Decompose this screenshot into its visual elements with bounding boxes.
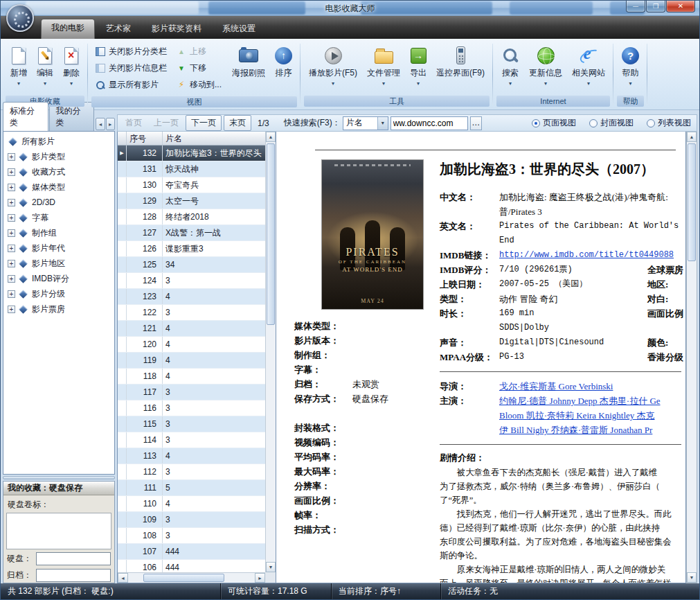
- expander-icon[interactable]: [8, 199, 15, 206]
- scroll-left-icon[interactable]: [118, 573, 128, 583]
- new-button[interactable]: 新增: [6, 42, 32, 94]
- search-button[interactable]: 搜索: [496, 42, 524, 94]
- remote-ui-button[interactable]: 遥控界面(F9): [431, 42, 490, 94]
- expander-icon[interactable]: [8, 306, 15, 313]
- movie-row[interactable]: ▶ 115 3: [118, 416, 265, 432]
- tab-settings[interactable]: 系统设置: [213, 19, 265, 39]
- movie-row[interactable]: ▶ 122 3: [118, 305, 265, 321]
- tree-item[interactable]: 2D/3D: [3, 195, 114, 210]
- expander-icon[interactable]: [8, 245, 15, 252]
- first-page-button[interactable]: 首页: [120, 116, 147, 130]
- titlebar[interactable]: 电影收藏大师: [1, 1, 699, 16]
- scroll-up-icon[interactable]: [266, 132, 276, 142]
- movie-row[interactable]: ▶ 127 X战警：第一战: [118, 225, 265, 241]
- scroll-up-icon[interactable]: [687, 132, 697, 142]
- column-header-index[interactable]: 序号: [127, 132, 163, 145]
- tree-item[interactable]: 所有影片: [3, 134, 114, 149]
- search-field-select[interactable]: 片名: [343, 116, 388, 130]
- cover-view-radio[interactable]: 封面视图: [589, 117, 634, 129]
- export-button[interactable]: 导出: [405, 42, 431, 94]
- movie-row[interactable]: ▶ 111 5: [118, 480, 265, 496]
- movie-row[interactable]: ▶ 121 4: [118, 321, 265, 337]
- movie-row[interactable]: ▶ 113 4: [118, 448, 265, 464]
- movie-row[interactable]: ▶ 126 谍影重重3: [118, 241, 265, 257]
- movie-row[interactable]: ▶ 131 惊天战神: [118, 161, 265, 177]
- maximize-button[interactable]: [646, 1, 665, 12]
- close-button[interactable]: [666, 1, 695, 12]
- tab-scroll-left-button[interactable]: [96, 118, 105, 130]
- movie-row[interactable]: ▶ 130 夺宝奇兵: [118, 177, 265, 193]
- movie-row[interactable]: ▶ 128 终结者2018: [118, 209, 265, 225]
- scrollbar-thumb[interactable]: [143, 574, 224, 582]
- move-up-button[interactable]: 上移: [174, 43, 226, 60]
- sort-button[interactable]: 排序: [270, 42, 297, 94]
- tree-item[interactable]: 字幕: [3, 210, 114, 225]
- expander-icon[interactable]: [8, 290, 15, 298]
- scroll-down-icon[interactable]: [687, 572, 697, 583]
- expander-icon[interactable]: [8, 153, 15, 161]
- prev-page-button[interactable]: 上一页: [149, 116, 183, 130]
- movie-row[interactable]: ▶ 114 3: [118, 432, 265, 448]
- column-header-title[interactable]: 片名: [163, 132, 265, 145]
- movie-row[interactable]: ▶ 110 4: [118, 496, 265, 512]
- next-page-button[interactable]: 下一页: [186, 115, 222, 131]
- close-info-pane-button[interactable]: 关闭影片信息栏: [93, 60, 171, 76]
- movie-row[interactable]: ▶ 132 加勒比海盗3：世界的尽头: [118, 145, 265, 161]
- expander-icon[interactable]: [8, 214, 15, 222]
- scrollbar-thumb[interactable]: [688, 143, 696, 261]
- play-movie-button[interactable]: 播放影片(F5): [304, 42, 362, 94]
- volume-listbox[interactable]: [6, 513, 111, 549]
- disk-input[interactable]: [36, 552, 111, 565]
- tab-awards[interactable]: 影片获奖资料: [142, 19, 211, 39]
- app-logo-icon[interactable]: [6, 4, 34, 32]
- tree-item[interactable]: 影片票房: [3, 301, 114, 317]
- movie-row[interactable]: ▶ 129 太空一号: [118, 193, 265, 209]
- file-manage-button[interactable]: 文件管理: [362, 42, 405, 94]
- movie-row[interactable]: ▶ 119 4: [118, 353, 265, 369]
- tree-item[interactable]: 收藏方式: [3, 164, 114, 179]
- movie-row[interactable]: ▶ 112 3: [118, 464, 265, 480]
- tree-item[interactable]: 影片年代: [3, 240, 114, 256]
- movie-row[interactable]: ▶ 109 3: [118, 512, 265, 528]
- list-view-radio[interactable]: 列表视图: [647, 117, 691, 129]
- close-category-pane-button[interactable]: 关闭影片分类栏: [93, 43, 171, 60]
- tree-item[interactable]: 影片类型: [3, 149, 114, 164]
- expander-icon[interactable]: [8, 184, 15, 191]
- expander-icon[interactable]: [8, 168, 15, 176]
- tab-artists[interactable]: 艺术家: [96, 19, 141, 39]
- scrollbar-thumb[interactable]: [267, 143, 275, 325]
- last-page-button[interactable]: 末页: [224, 115, 251, 131]
- movie-row[interactable]: ▶ 106 444: [118, 560, 265, 572]
- archive-input[interactable]: [36, 569, 111, 582]
- update-info-button[interactable]: 更新信息: [524, 42, 567, 94]
- tree-item[interactable]: 媒体类型: [3, 179, 114, 195]
- stars-links[interactable]: 约翰尼·德普 Johnny Depp 杰弗里·拉什 Ge Bloom 凯拉·奈特…: [499, 394, 661, 437]
- scroll-right-icon[interactable]: [255, 573, 265, 583]
- expander-icon[interactable]: [8, 260, 15, 267]
- movie-row[interactable]: ▶ 125 34: [118, 257, 265, 273]
- sidebar-splitter[interactable]: [3, 476, 115, 479]
- detail-vertical-scrollbar[interactable]: [686, 132, 697, 583]
- edit-button[interactable]: 编辑: [32, 42, 58, 94]
- tree-item[interactable]: 制作组: [3, 225, 114, 240]
- related-websites-button[interactable]: 相关网站: [567, 42, 610, 94]
- expander-icon[interactable]: [8, 275, 15, 283]
- tree-item[interactable]: 影片地区: [3, 256, 114, 271]
- move-to-button[interactable]: 移动到...: [174, 76, 226, 93]
- movie-row[interactable]: ▶ 120 4: [118, 337, 265, 353]
- movie-row[interactable]: ▶ 108 3: [118, 528, 265, 544]
- tree-item[interactable]: 影片分级: [3, 286, 114, 301]
- expander-icon[interactable]: [8, 229, 15, 237]
- table-horizontal-scrollbar[interactable]: [118, 572, 265, 583]
- movie-row[interactable]: ▶ 117 3: [118, 385, 265, 400]
- director-link[interactable]: 戈尔·维宾斯基 Gore Verbinski: [499, 379, 613, 394]
- tree-item[interactable]: IMDB评分: [3, 271, 114, 286]
- movie-row[interactable]: ▶ 107 444: [118, 544, 265, 560]
- tab-scroll-right-button[interactable]: [106, 118, 115, 130]
- table-vertical-scrollbar[interactable]: [265, 132, 276, 572]
- quick-search-input[interactable]: [391, 116, 468, 130]
- help-button[interactable]: 帮助: [617, 42, 644, 94]
- collection-header[interactable]: 我的收藏：硬盘保存: [3, 482, 114, 495]
- minimize-button[interactable]: [626, 1, 645, 12]
- show-all-movies-button[interactable]: 显示所有影片: [93, 76, 171, 93]
